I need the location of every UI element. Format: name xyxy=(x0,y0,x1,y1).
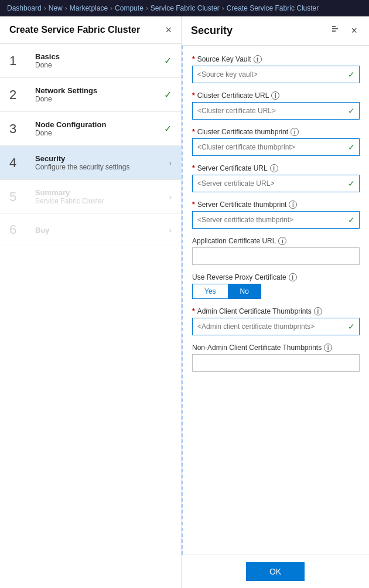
admin-thumbprints-input[interactable] xyxy=(192,318,360,335)
svg-rect-2 xyxy=(332,30,336,32)
left-header: Create Service Fabric Cluster × xyxy=(0,16,181,44)
right-header: Security × xyxy=(182,16,369,46)
breadcrumb-new[interactable]: New xyxy=(49,4,63,12)
cluster-cert-url-info-icon[interactable]: i xyxy=(271,91,279,100)
step-1-check-icon: ✓ xyxy=(164,55,172,66)
cluster-cert-thumbprint-check-icon: ✓ xyxy=(348,142,355,152)
step-3-subtitle: Done xyxy=(35,129,164,137)
step-6-number: 6 xyxy=(9,222,28,237)
step-4-chevron-icon: › xyxy=(169,158,172,168)
required-star: * xyxy=(192,55,195,63)
server-cert-url-label: Server Certificate URL xyxy=(197,164,268,172)
non-admin-thumbprints-field: Non-Admin Client Certificate Thumbprints… xyxy=(192,344,360,372)
server-cert-thumbprint-info-icon[interactable]: i xyxy=(289,200,297,209)
step-1-subtitle: Done xyxy=(35,61,164,69)
right-panel: Security × * Source Key Vault i xyxy=(182,16,369,588)
ok-button[interactable]: OK xyxy=(246,562,305,581)
right-panel-title: Security xyxy=(191,25,233,37)
source-key-vault-info-icon[interactable]: i xyxy=(254,55,262,63)
admin-thumbprints-label: Admin Client Certificate Thumbprints xyxy=(197,307,312,315)
server-cert-thumbprint-check-icon: ✓ xyxy=(348,215,355,225)
cluster-cert-thumbprint-info-icon[interactable]: i xyxy=(291,128,299,136)
step-2-check-icon: ✓ xyxy=(164,89,172,100)
cluster-cert-thumbprint-input[interactable] xyxy=(192,138,360,156)
reverse-proxy-yes-button[interactable]: Yes xyxy=(192,284,228,299)
step-4-number: 4 xyxy=(9,155,28,171)
step-2-title: Network Settings xyxy=(35,86,164,95)
step-5-title: Summary xyxy=(35,188,169,197)
step-3-title: Node Configuration xyxy=(35,120,164,129)
server-cert-thumbprint-field: * Server Certificate thumbprint i ✓ xyxy=(192,200,360,229)
step-4-title: Security xyxy=(35,154,169,163)
step-6: 6 Buy › xyxy=(0,214,181,246)
server-cert-url-input[interactable] xyxy=(192,175,360,192)
cluster-cert-url-label: Cluster Certificate URL xyxy=(197,91,269,100)
panel-title: Create Service Fabric Cluster xyxy=(9,25,140,35)
required-star-5: * xyxy=(192,200,195,209)
app-cert-url-input[interactable] xyxy=(192,247,360,265)
cluster-cert-thumbprint-field: * Cluster Certificate thumbprint i ✓ xyxy=(192,128,360,156)
non-admin-thumbprints-input[interactable] xyxy=(192,354,360,372)
app-cert-url-info-icon[interactable]: i xyxy=(278,237,286,245)
server-cert-thumbprint-input[interactable] xyxy=(192,211,360,229)
step-3[interactable]: 3 Node Configuration Done ✓ xyxy=(0,112,181,146)
right-footer: OK xyxy=(182,555,369,588)
step-2-number: 2 xyxy=(9,87,28,103)
breadcrumb-create[interactable]: Create Service Fabric Cluster xyxy=(227,4,319,12)
reverse-proxy-field: Use Reverse Proxy Certificate i Yes No xyxy=(192,273,360,299)
required-star-3: * xyxy=(192,128,195,136)
source-key-vault-check-icon: ✓ xyxy=(348,70,355,79)
app-cert-url-label: Application Certificate URL xyxy=(192,237,276,245)
step-6-title: Buy xyxy=(35,226,169,234)
app-cert-url-field: Application Certificate URL i xyxy=(192,237,360,265)
source-key-vault-input[interactable] xyxy=(192,66,360,83)
required-star-6: * xyxy=(192,307,195,315)
breadcrumb-dashboard[interactable]: Dashboard xyxy=(7,4,42,12)
step-3-check-icon: ✓ xyxy=(164,123,172,134)
breadcrumb-marketplace[interactable]: Marketplace xyxy=(70,4,108,12)
cluster-cert-thumbprint-label: Cluster Certificate thumbprint xyxy=(197,128,288,136)
server-cert-url-check-icon: ✓ xyxy=(348,179,355,188)
step-5: 5 Summary Service Fabric Cluster › xyxy=(0,180,181,214)
step-5-number: 5 xyxy=(9,189,28,205)
step-1-title: Basics xyxy=(35,52,164,61)
step-2[interactable]: 2 Network Settings Done ✓ xyxy=(0,78,181,112)
reverse-proxy-info-icon[interactable]: i xyxy=(289,273,297,281)
expand-icon[interactable] xyxy=(330,25,344,37)
server-cert-url-field: * Server Certificate URL i ✓ xyxy=(192,164,360,192)
non-admin-thumbprints-label: Non-Admin Client Certificate Thumbprints xyxy=(192,344,322,352)
required-star-2: * xyxy=(192,91,195,100)
breadcrumb-service-fabric[interactable]: Service Fabric Cluster xyxy=(151,4,220,12)
svg-rect-1 xyxy=(332,28,338,29)
steps-list: 1 Basics Done ✓ 2 Network Settings Done … xyxy=(0,44,181,588)
reverse-proxy-label: Use Reverse Proxy Certificate xyxy=(192,273,286,281)
non-admin-thumbprints-info-icon[interactable]: i xyxy=(324,344,332,352)
step-5-chevron-icon: › xyxy=(169,192,172,202)
right-content: * Source Key Vault i ✓ * Cluster Certifi… xyxy=(182,46,369,555)
step-4-subtitle: Configure the security settings xyxy=(35,163,169,171)
admin-thumbprints-info-icon[interactable]: i xyxy=(314,307,322,315)
step-3-number: 3 xyxy=(9,121,28,137)
step-2-subtitle: Done xyxy=(35,95,164,103)
step-5-subtitle: Service Fabric Cluster xyxy=(35,197,169,205)
source-key-vault-label: Source Key Vault xyxy=(197,55,251,63)
step-1-number: 1 xyxy=(9,53,28,69)
server-cert-url-info-icon[interactable]: i xyxy=(270,164,278,172)
admin-thumbprints-field: * Admin Client Certificate Thumbprints i… xyxy=(192,307,360,335)
step-6-chevron-icon: › xyxy=(169,225,172,234)
breadcrumb: Dashboard › New › Marketplace › Compute … xyxy=(0,0,369,16)
step-4[interactable]: 4 Security Configure the security settin… xyxy=(0,146,181,180)
svg-rect-0 xyxy=(332,26,336,27)
source-key-vault-field: * Source Key Vault i ✓ xyxy=(192,55,360,83)
breadcrumb-compute[interactable]: Compute xyxy=(115,4,144,12)
cluster-cert-url-field: * Cluster Certificate URL i ✓ xyxy=(192,91,360,120)
server-cert-thumbprint-label: Server Certificate thumbprint xyxy=(197,200,287,209)
left-panel: Create Service Fabric Cluster × 1 Basics… xyxy=(0,16,182,588)
cluster-cert-url-input[interactable] xyxy=(192,102,360,120)
close-right-panel-button[interactable]: × xyxy=(348,23,360,38)
close-button[interactable]: × xyxy=(165,25,172,35)
admin-thumbprints-check-icon: ✓ xyxy=(348,322,355,331)
required-star-4: * xyxy=(192,164,195,172)
reverse-proxy-no-button[interactable]: No xyxy=(228,284,261,299)
step-1[interactable]: 1 Basics Done ✓ xyxy=(0,44,181,78)
